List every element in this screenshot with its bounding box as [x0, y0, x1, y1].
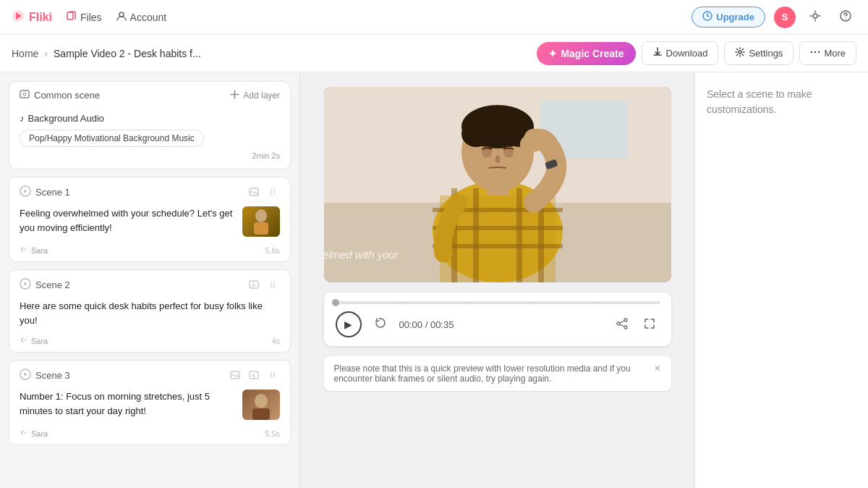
scene-3-duration: 5.5s [265, 429, 280, 438]
scene-2-header: Scene 2 A [9, 270, 290, 296]
add-layer-button[interactable]: Add layer [230, 90, 280, 101]
svg-point-16 [23, 93, 26, 96]
scene-3-drag-icon[interactable] [265, 368, 280, 382]
breadcrumb-separator: › [44, 48, 48, 59]
help-icon [840, 10, 851, 24]
add-layer-label: Add layer [243, 91, 280, 101]
scene-1-text: Feeling overwhelmed with your schedule? … [20, 206, 235, 235]
scene-3-voice: Sara [20, 429, 48, 439]
player-controls: ▶ 00:00 / 00:35 [324, 293, 671, 346]
scene-3-title: Scene 3 [20, 369, 70, 382]
scene-3-footer: Sara 5.5s [9, 427, 290, 445]
scene-2-text-icon[interactable]: A [247, 277, 261, 292]
download-label: Download [666, 48, 708, 59]
more-label: More [824, 48, 846, 59]
scene-2-title: Scene 2 [20, 278, 70, 292]
svg-point-13 [814, 51, 816, 53]
scene-3-card[interactable]: Scene 3 A Number 1: Focus on morning str… [9, 360, 291, 445]
scene-1-card[interactable]: Scene 1 Feeling overwhelmed with your sc… [9, 177, 291, 262]
notice-close-button[interactable]: × [654, 363, 660, 374]
scene-3-image-icon[interactable] [228, 368, 242, 382]
settings-button[interactable]: Settings [724, 41, 793, 65]
time-display: 00:00 / 00:35 [399, 319, 603, 330]
fliki-logo[interactable]: Fliki [12, 9, 52, 25]
svg-point-37 [25, 340, 26, 341]
svg-point-42 [271, 372, 272, 374]
scene-1-image-icon[interactable] [247, 185, 261, 199]
scene-3-icons: A [228, 368, 280, 382]
svg-point-79 [617, 322, 620, 325]
svg-rect-1 [67, 12, 73, 20]
svg-point-24 [273, 193, 275, 195]
settings-icon [735, 47, 745, 59]
svg-point-27 [25, 249, 26, 251]
svg-point-77 [624, 319, 627, 321]
scene-3-text-icon[interactable]: A [247, 368, 261, 382]
scene-1-icons [247, 185, 280, 199]
scene-3-body: Number 1: Focus on morning stretches, ju… [9, 387, 290, 427]
scene-2-drag-icon[interactable] [265, 277, 280, 292]
nav-account-label: Account [130, 12, 167, 23]
download-icon [652, 47, 663, 59]
video-caption: Feeling overwhelmed with your [324, 248, 498, 261]
magic-create-button[interactable]: ✦ Magic Create [537, 42, 635, 65]
scene-1-voice-label: Sara [31, 246, 48, 255]
scene-3-label: Scene 3 [35, 370, 70, 381]
play-button[interactable]: ▶ [336, 311, 362, 337]
svg-point-19 [271, 189, 272, 190]
common-scene-icon [20, 89, 30, 101]
left-panel: Common scene Add layer ♪ Background Audi… [0, 72, 300, 488]
svg-point-43 [273, 372, 275, 374]
replay-button[interactable] [370, 314, 391, 335]
svg-text:A: A [252, 373, 255, 378]
share-button[interactable] [612, 314, 632, 335]
avatar-initials: S [782, 12, 788, 22]
scene-3-header: Scene 3 A [9, 361, 290, 387]
svg-point-50 [25, 432, 26, 434]
video-thumbnail-inner: Feeling overwhelmed with your [324, 87, 671, 282]
theme-toggle-button[interactable] [804, 7, 826, 28]
svg-text:A: A [252, 282, 255, 287]
svg-line-80 [620, 321, 624, 323]
upgrade-button[interactable]: Upgrade [692, 7, 765, 28]
scene-2-body: Here are some quick desk habits perfect … [9, 296, 290, 335]
scene-2-play-icon [20, 278, 31, 292]
svg-point-32 [273, 282, 275, 283]
svg-point-10 [845, 18, 846, 20]
progress-bar[interactable] [336, 301, 660, 304]
common-scene-title: Common scene [20, 89, 100, 101]
add-layer-icon [230, 90, 239, 101]
bg-audio-text: Background Audio [28, 113, 105, 124]
scene-1-footer: Sara 5.6s [9, 244, 290, 261]
svg-point-2 [119, 12, 124, 17]
help-button[interactable] [835, 7, 856, 28]
scene-1-drag-icon[interactable] [265, 185, 280, 199]
scene-1-body: Feeling overwhelmed with your schedule? … [9, 203, 290, 244]
scene-1-duration: 5.6s [265, 246, 280, 255]
nav-account[interactable]: Account [116, 11, 167, 23]
fullscreen-button[interactable] [639, 314, 660, 335]
upgrade-label: Upgrade [716, 12, 754, 22]
common-scene-card: Common scene Add layer ♪ Background Audi… [9, 81, 291, 169]
svg-point-78 [624, 326, 627, 329]
svg-line-81 [620, 324, 624, 327]
time-separator: / [425, 319, 430, 330]
user-avatar[interactable]: S [774, 7, 796, 28]
scene-3-play-icon [20, 369, 31, 382]
music-note-icon: ♪ [20, 113, 25, 124]
download-button[interactable]: Download [642, 41, 719, 65]
music-chip[interactable]: Pop/Happy Motivational Background Music [20, 130, 204, 147]
scene-3-text: Number 1: Focus on morning stretches, ju… [20, 390, 235, 418]
svg-point-36 [273, 286, 275, 287]
video-preview: Feeling overwhelmed with your [324, 87, 671, 282]
more-button[interactable]: More [799, 41, 856, 65]
progress-thumb[interactable] [332, 299, 339, 306]
files-icon [67, 11, 77, 23]
top-navigation: Fliki Files Account Upgrade S [0, 0, 868, 35]
nav-files[interactable]: Files [67, 11, 102, 23]
svg-point-44 [271, 374, 272, 376]
svg-point-35 [271, 286, 272, 287]
scene-2-card[interactable]: Scene 2 A Here are some quick desk habit… [9, 269, 291, 353]
nav-files-label: Files [80, 12, 102, 23]
breadcrumb-home[interactable]: Home [12, 48, 38, 59]
